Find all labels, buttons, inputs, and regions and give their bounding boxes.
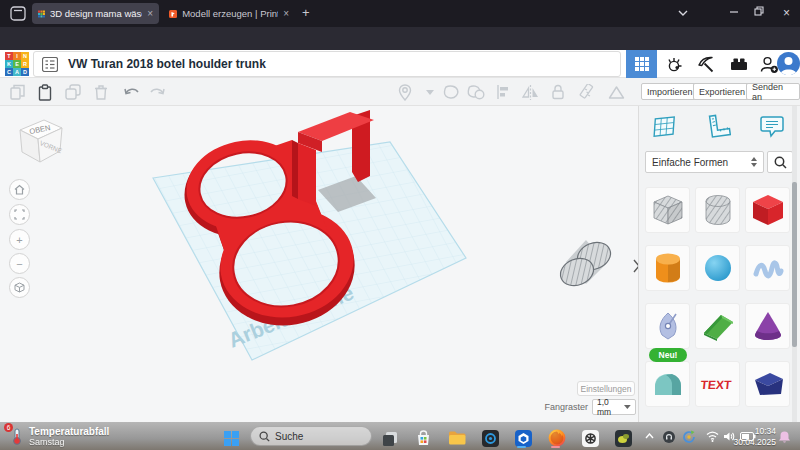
shape-tile-hole-cylinder[interactable] [695,187,740,233]
logo-tile: C [5,68,13,76]
settings-button[interactable]: Einstellungen [577,381,635,396]
shape-tile-cylinder[interactable] [645,245,690,291]
home-view-button[interactable] [9,179,30,200]
window-restore-button[interactable] [754,6,764,16]
undo-icon[interactable] [122,83,140,101]
tab-tinkercad[interactable]: 3D design mama wäsche - Tink × [32,3,159,24]
tray-time: 10:34 [720,426,776,437]
logo-tile: R [21,60,29,68]
design-menu-icon[interactable] [42,57,58,72]
browser-nav-bar: ← → ↻ www.tinkercad.com/things/jxrMhERKQ… [0,27,800,50]
design-title[interactable]: VW Turan 2018 botel houlder trunk [68,57,266,71]
panel-scrollbar-thumb[interactable] [792,182,797,347]
app-icon-camera[interactable] [480,428,500,448]
shape-tile-scribble[interactable] [745,245,790,291]
shape-tile-roof[interactable] [695,303,740,349]
snap-grid-select[interactable]: 1,0 mm [592,399,636,415]
canvas-3d[interactable]: Arbeitsebene [0,106,638,422]
delete-icon[interactable] [92,83,110,101]
firefox-icon[interactable] [547,428,567,448]
align-icon[interactable] [494,83,512,101]
weather-badge: 6 [4,423,13,432]
export-button[interactable]: Exportieren [693,83,751,100]
send-button[interactable]: Senden an [746,83,800,100]
screen: 3D design mama wäsche - Tink × Modell er… [0,0,800,450]
search-placeholder: Suche [275,431,303,442]
ruler-helper-icon[interactable] [703,113,731,140]
ruler-tool-icon[interactable] [579,83,597,101]
tray-sync-icon[interactable] [682,430,696,444]
search-icon [774,156,787,169]
taskbar-search[interactable]: Suche [250,426,372,446]
editor-3d-button[interactable] [626,50,657,78]
shape-category-select[interactable]: Einfache Formen [645,151,764,173]
notes-icon[interactable] [759,114,785,139]
shape-tile-polygon[interactable] [745,361,790,407]
tab-printables[interactable]: Modell erzeugen | Printables.co × [163,3,295,24]
logo-tile: N [21,52,29,60]
bricks-icon[interactable] [724,50,754,78]
microsoft-store-icon[interactable] [413,428,433,448]
window-minimize-button[interactable] [729,6,739,16]
running-indicator [551,446,560,448]
tab-list-chevron-icon[interactable] [678,10,688,16]
zoom-in-button[interactable]: + [9,229,30,250]
tab-close-icon[interactable]: × [147,8,153,19]
group-icon[interactable] [442,83,460,101]
tray-audio-device-icon[interactable] [662,430,676,444]
duplicate-icon[interactable] [64,83,82,101]
avatar[interactable] [777,52,800,75]
fit-view-button[interactable] [9,204,30,225]
copy-icon[interactable] [8,83,26,101]
shape-tile-sketch[interactable] [645,303,690,349]
tray-clock[interactable]: 10:34 30.04.2025 [720,426,776,447]
tab-close-icon[interactable]: × [283,8,289,19]
workplane-helper-icon[interactable] [652,113,679,140]
pin-dropdown-caret-icon[interactable] [421,83,439,101]
redo-icon[interactable] [148,83,166,101]
view-settings-button[interactable] [9,277,30,298]
shape-search-button[interactable] [767,151,793,173]
slicer-app-icon[interactable] [513,428,533,448]
task-view-icon[interactable] [380,428,400,448]
minecraft-pickaxe-icon[interactable] [692,50,720,78]
zoom-out-button[interactable]: − [9,253,30,274]
shape-tile-text[interactable]: TEXT [695,361,740,407]
firefox-view-icon[interactable] [10,6,26,21]
notification-bell-icon[interactable] [778,430,791,444]
weather-widget[interactable]: 6 [7,426,27,446]
shape-category-value: Einfache Formen [652,157,728,168]
shape-tile-round-roof[interactable] [645,361,690,407]
new-tab-button[interactable]: + [302,5,310,20]
shape-tile-hole-box[interactable] [645,187,690,233]
wifi-icon[interactable] [706,431,719,442]
paste-icon[interactable] [36,83,54,101]
tray-expand-chevron-icon[interactable] [645,433,654,439]
workplane-tool-icon[interactable] [607,83,625,101]
tinkercad-favicon [38,9,45,19]
sim-lab-icon[interactable] [660,50,688,78]
shape-tile-cone[interactable] [745,303,790,349]
weather-title: Temperaturabfall [29,426,109,437]
ungroup-icon[interactable] [467,83,485,101]
svg-text:TEXT: TEXT [700,378,733,392]
lock-icon[interactable] [549,83,567,101]
window-close-button[interactable]: × [783,6,790,20]
taskbar [0,422,800,450]
import-button[interactable]: Importieren [641,83,699,100]
tinkercad-logo[interactable]: T I N K E R C A D [5,52,29,76]
weather-subtitle: Samstag [29,437,65,447]
chatgpt-icon[interactable] [580,428,600,448]
workplane-pin-icon[interactable] [396,83,414,101]
logo-tile: K [5,60,13,68]
app-icon-misc[interactable] [613,428,633,448]
start-button[interactable] [221,428,241,448]
tray-date: 30.04.2025 [720,437,776,448]
shape-tile-box[interactable] [745,187,790,233]
shape-tile-sphere[interactable] [695,245,740,291]
panel-scrollbar-track[interactable] [792,106,797,422]
file-explorer-icon[interactable] [447,428,467,448]
hole-cylinder-object[interactable] [556,238,614,291]
mirror-icon[interactable] [521,83,539,101]
view-cube[interactable]: OBEN VORNE [10,112,68,170]
